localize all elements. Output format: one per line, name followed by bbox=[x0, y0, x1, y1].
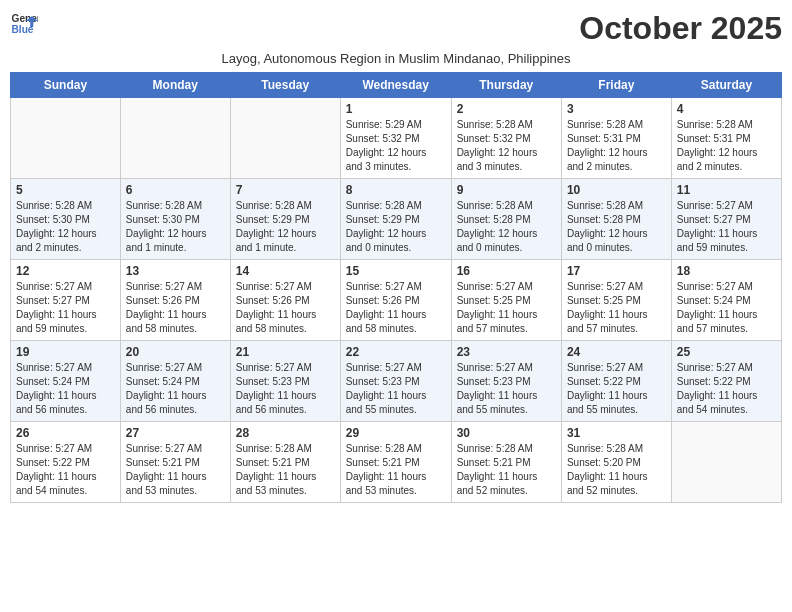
day-number: 16 bbox=[457, 264, 556, 278]
calendar-day-cell: 4Sunrise: 5:28 AM Sunset: 5:31 PM Daylig… bbox=[671, 98, 781, 179]
calendar-day-cell: 22Sunrise: 5:27 AM Sunset: 5:23 PM Dayli… bbox=[340, 341, 451, 422]
day-info: Sunrise: 5:28 AM Sunset: 5:31 PM Dayligh… bbox=[567, 118, 666, 174]
day-info: Sunrise: 5:27 AM Sunset: 5:22 PM Dayligh… bbox=[567, 361, 666, 417]
calendar-day-cell: 8Sunrise: 5:28 AM Sunset: 5:29 PM Daylig… bbox=[340, 179, 451, 260]
day-number: 29 bbox=[346, 426, 446, 440]
calendar-day-cell: 7Sunrise: 5:28 AM Sunset: 5:29 PM Daylig… bbox=[230, 179, 340, 260]
calendar-day-cell bbox=[120, 98, 230, 179]
title-section: October 2025 bbox=[579, 10, 782, 47]
calendar-day-cell: 25Sunrise: 5:27 AM Sunset: 5:22 PM Dayli… bbox=[671, 341, 781, 422]
calendar-week-row: 19Sunrise: 5:27 AM Sunset: 5:24 PM Dayli… bbox=[11, 341, 782, 422]
day-number: 26 bbox=[16, 426, 115, 440]
day-number: 18 bbox=[677, 264, 776, 278]
day-info: Sunrise: 5:27 AM Sunset: 5:27 PM Dayligh… bbox=[677, 199, 776, 255]
day-info: Sunrise: 5:27 AM Sunset: 5:23 PM Dayligh… bbox=[346, 361, 446, 417]
day-number: 5 bbox=[16, 183, 115, 197]
calendar-day-cell: 21Sunrise: 5:27 AM Sunset: 5:23 PM Dayli… bbox=[230, 341, 340, 422]
calendar-day-cell: 28Sunrise: 5:28 AM Sunset: 5:21 PM Dayli… bbox=[230, 422, 340, 503]
calendar-day-cell: 24Sunrise: 5:27 AM Sunset: 5:22 PM Dayli… bbox=[561, 341, 671, 422]
calendar-day-cell: 11Sunrise: 5:27 AM Sunset: 5:27 PM Dayli… bbox=[671, 179, 781, 260]
day-info: Sunrise: 5:28 AM Sunset: 5:28 PM Dayligh… bbox=[457, 199, 556, 255]
page-subtitle: Layog, Autonomous Region in Muslim Minda… bbox=[10, 51, 782, 66]
day-info: Sunrise: 5:28 AM Sunset: 5:30 PM Dayligh… bbox=[16, 199, 115, 255]
calendar-day-header: Monday bbox=[120, 73, 230, 98]
day-number: 10 bbox=[567, 183, 666, 197]
calendar-day-cell: 12Sunrise: 5:27 AM Sunset: 5:27 PM Dayli… bbox=[11, 260, 121, 341]
calendar-day-cell: 18Sunrise: 5:27 AM Sunset: 5:24 PM Dayli… bbox=[671, 260, 781, 341]
calendar-day-header: Saturday bbox=[671, 73, 781, 98]
day-number: 1 bbox=[346, 102, 446, 116]
day-info: Sunrise: 5:28 AM Sunset: 5:31 PM Dayligh… bbox=[677, 118, 776, 174]
calendar-day-cell bbox=[11, 98, 121, 179]
day-number: 15 bbox=[346, 264, 446, 278]
calendar-day-cell: 2Sunrise: 5:28 AM Sunset: 5:32 PM Daylig… bbox=[451, 98, 561, 179]
day-info: Sunrise: 5:27 AM Sunset: 5:22 PM Dayligh… bbox=[677, 361, 776, 417]
day-number: 22 bbox=[346, 345, 446, 359]
day-info: Sunrise: 5:27 AM Sunset: 5:22 PM Dayligh… bbox=[16, 442, 115, 498]
calendar-week-row: 1Sunrise: 5:29 AM Sunset: 5:32 PM Daylig… bbox=[11, 98, 782, 179]
calendar-day-cell: 10Sunrise: 5:28 AM Sunset: 5:28 PM Dayli… bbox=[561, 179, 671, 260]
day-number: 7 bbox=[236, 183, 335, 197]
logo: General Blue bbox=[10, 10, 38, 38]
day-number: 11 bbox=[677, 183, 776, 197]
calendar-day-cell: 16Sunrise: 5:27 AM Sunset: 5:25 PM Dayli… bbox=[451, 260, 561, 341]
day-info: Sunrise: 5:27 AM Sunset: 5:23 PM Dayligh… bbox=[457, 361, 556, 417]
day-info: Sunrise: 5:27 AM Sunset: 5:25 PM Dayligh… bbox=[457, 280, 556, 336]
day-info: Sunrise: 5:27 AM Sunset: 5:24 PM Dayligh… bbox=[16, 361, 115, 417]
calendar-day-cell: 31Sunrise: 5:28 AM Sunset: 5:20 PM Dayli… bbox=[561, 422, 671, 503]
calendar-day-cell: 27Sunrise: 5:27 AM Sunset: 5:21 PM Dayli… bbox=[120, 422, 230, 503]
day-number: 25 bbox=[677, 345, 776, 359]
day-info: Sunrise: 5:27 AM Sunset: 5:21 PM Dayligh… bbox=[126, 442, 225, 498]
page-header: General Blue October 2025 bbox=[10, 10, 782, 47]
calendar-day-cell: 29Sunrise: 5:28 AM Sunset: 5:21 PM Dayli… bbox=[340, 422, 451, 503]
calendar-day-cell bbox=[230, 98, 340, 179]
day-number: 21 bbox=[236, 345, 335, 359]
day-number: 27 bbox=[126, 426, 225, 440]
calendar-day-cell: 6Sunrise: 5:28 AM Sunset: 5:30 PM Daylig… bbox=[120, 179, 230, 260]
calendar-day-cell: 13Sunrise: 5:27 AM Sunset: 5:26 PM Dayli… bbox=[120, 260, 230, 341]
day-info: Sunrise: 5:27 AM Sunset: 5:26 PM Dayligh… bbox=[346, 280, 446, 336]
day-number: 31 bbox=[567, 426, 666, 440]
day-info: Sunrise: 5:27 AM Sunset: 5:24 PM Dayligh… bbox=[677, 280, 776, 336]
day-info: Sunrise: 5:27 AM Sunset: 5:26 PM Dayligh… bbox=[126, 280, 225, 336]
day-number: 13 bbox=[126, 264, 225, 278]
day-info: Sunrise: 5:28 AM Sunset: 5:29 PM Dayligh… bbox=[346, 199, 446, 255]
day-number: 6 bbox=[126, 183, 225, 197]
day-info: Sunrise: 5:29 AM Sunset: 5:32 PM Dayligh… bbox=[346, 118, 446, 174]
day-number: 3 bbox=[567, 102, 666, 116]
calendar-day-cell: 3Sunrise: 5:28 AM Sunset: 5:31 PM Daylig… bbox=[561, 98, 671, 179]
day-number: 28 bbox=[236, 426, 335, 440]
day-info: Sunrise: 5:27 AM Sunset: 5:26 PM Dayligh… bbox=[236, 280, 335, 336]
calendar-day-header: Friday bbox=[561, 73, 671, 98]
day-info: Sunrise: 5:27 AM Sunset: 5:24 PM Dayligh… bbox=[126, 361, 225, 417]
day-info: Sunrise: 5:28 AM Sunset: 5:32 PM Dayligh… bbox=[457, 118, 556, 174]
day-number: 9 bbox=[457, 183, 556, 197]
day-info: Sunrise: 5:27 AM Sunset: 5:25 PM Dayligh… bbox=[567, 280, 666, 336]
calendar-day-cell: 15Sunrise: 5:27 AM Sunset: 5:26 PM Dayli… bbox=[340, 260, 451, 341]
calendar-day-cell: 23Sunrise: 5:27 AM Sunset: 5:23 PM Dayli… bbox=[451, 341, 561, 422]
day-info: Sunrise: 5:28 AM Sunset: 5:30 PM Dayligh… bbox=[126, 199, 225, 255]
calendar-day-cell bbox=[671, 422, 781, 503]
day-info: Sunrise: 5:28 AM Sunset: 5:28 PM Dayligh… bbox=[567, 199, 666, 255]
day-info: Sunrise: 5:28 AM Sunset: 5:29 PM Dayligh… bbox=[236, 199, 335, 255]
day-info: Sunrise: 5:28 AM Sunset: 5:21 PM Dayligh… bbox=[236, 442, 335, 498]
calendar-day-cell: 19Sunrise: 5:27 AM Sunset: 5:24 PM Dayli… bbox=[11, 341, 121, 422]
day-info: Sunrise: 5:27 AM Sunset: 5:27 PM Dayligh… bbox=[16, 280, 115, 336]
calendar-day-cell: 26Sunrise: 5:27 AM Sunset: 5:22 PM Dayli… bbox=[11, 422, 121, 503]
calendar-day-cell: 30Sunrise: 5:28 AM Sunset: 5:21 PM Dayli… bbox=[451, 422, 561, 503]
calendar-week-row: 12Sunrise: 5:27 AM Sunset: 5:27 PM Dayli… bbox=[11, 260, 782, 341]
calendar-week-row: 26Sunrise: 5:27 AM Sunset: 5:22 PM Dayli… bbox=[11, 422, 782, 503]
day-number: 12 bbox=[16, 264, 115, 278]
day-number: 23 bbox=[457, 345, 556, 359]
day-number: 19 bbox=[16, 345, 115, 359]
calendar-day-cell: 9Sunrise: 5:28 AM Sunset: 5:28 PM Daylig… bbox=[451, 179, 561, 260]
day-number: 4 bbox=[677, 102, 776, 116]
calendar-day-header: Wednesday bbox=[340, 73, 451, 98]
day-info: Sunrise: 5:28 AM Sunset: 5:21 PM Dayligh… bbox=[457, 442, 556, 498]
calendar-week-row: 5Sunrise: 5:28 AM Sunset: 5:30 PM Daylig… bbox=[11, 179, 782, 260]
day-number: 17 bbox=[567, 264, 666, 278]
day-number: 8 bbox=[346, 183, 446, 197]
day-number: 20 bbox=[126, 345, 225, 359]
day-info: Sunrise: 5:28 AM Sunset: 5:21 PM Dayligh… bbox=[346, 442, 446, 498]
logo-icon: General Blue bbox=[10, 10, 38, 38]
